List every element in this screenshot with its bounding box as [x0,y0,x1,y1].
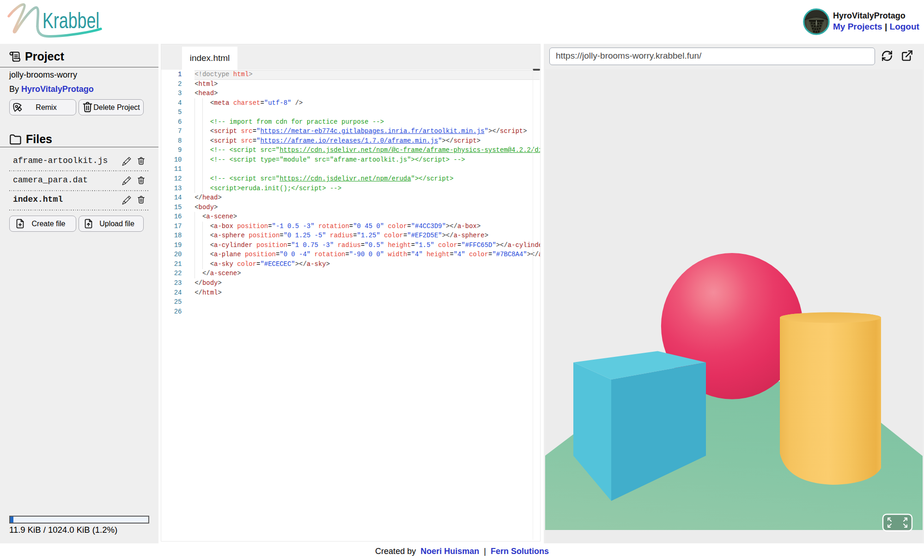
svg-text:Krabbel: Krabbel [43,7,99,33]
